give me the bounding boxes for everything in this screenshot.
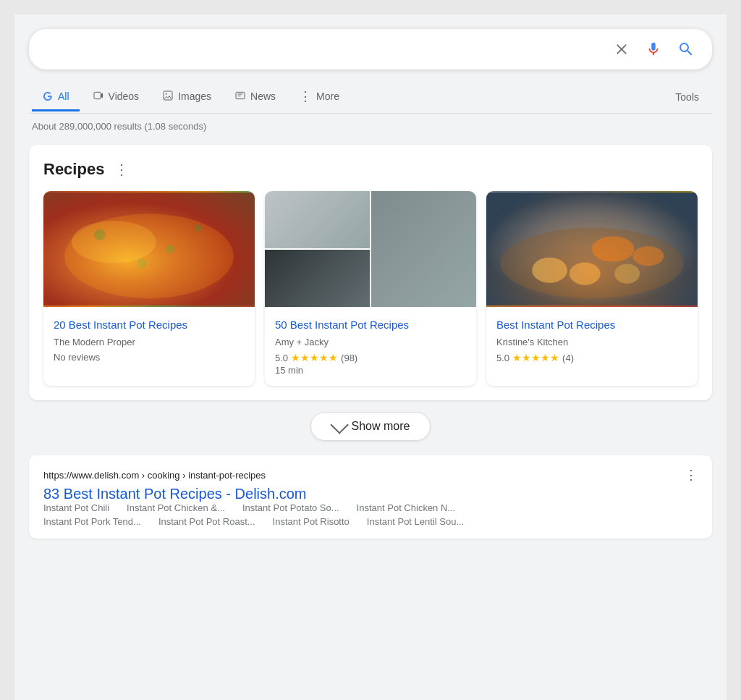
chicken-img-svg (43, 191, 255, 307)
svg-point-3 (166, 93, 167, 94)
search-icon-group (611, 38, 698, 61)
collage-cell-1 (265, 191, 370, 248)
web-result-url-row: https://www.delish.com › cooking › insta… (43, 467, 698, 483)
web-result-link-2[interactable]: Instant Pot Chicken &... (127, 502, 225, 513)
recipe-card-2-rating-row: 5.0 ★★★★★ (98) (275, 352, 466, 363)
x-icon (614, 41, 630, 57)
web-result-link-6[interactable]: Instant Pot Pot Roast... (158, 516, 255, 527)
search-button[interactable] (674, 38, 698, 61)
clear-button[interactable] (611, 38, 632, 60)
tab-news-label: News (250, 90, 276, 102)
tab-videos-label: Videos (109, 90, 140, 102)
recipe-card-1[interactable]: 20 Best Instant Pot Recipes The Modern P… (43, 191, 255, 386)
svg-rect-0 (94, 92, 101, 98)
svg-point-11 (166, 245, 174, 253)
tab-images[interactable]: Images (152, 83, 221, 113)
web-result: https://www.delish.com › cooking › insta… (29, 455, 712, 539)
recipe-card-3-count: (4) (562, 353, 574, 363)
recipes-header: Recipes ⋮ (43, 159, 698, 180)
web-result-link-1[interactable]: Instant Pot Chili (43, 502, 109, 513)
tab-more-label: More (316, 90, 339, 102)
recipes-menu-button[interactable]: ⋮ (111, 159, 132, 180)
web-result-url: https://www.delish.com › cooking › insta… (43, 470, 266, 481)
tab-images-label: Images (178, 90, 211, 102)
recipe-card-2-source: Amy + Jacky (275, 337, 466, 347)
voice-search-button[interactable] (643, 38, 664, 60)
recipe-card-3-rating-row: 5.0 ★★★★★ (4) (496, 352, 687, 363)
more-dots-icon: ⋮ (299, 88, 312, 104)
web-result-link-3[interactable]: Instant Pot Potato So... (242, 502, 339, 513)
recipe-card-3-stars: ★★★★★ (512, 352, 559, 363)
show-more-button[interactable]: Show more (310, 412, 431, 441)
recipes-title: Recipes (43, 160, 104, 179)
images-icon (162, 90, 174, 104)
recipe-card-1-title[interactable]: 20 Best Instant Pot Recipes (54, 317, 245, 332)
mic-icon (645, 41, 661, 57)
search-input[interactable]: instant pot recipes (43, 42, 611, 57)
recipe-card-2[interactable]: 50 Best Instant Pot Recipes Amy + Jacky … (265, 191, 476, 386)
svg-rect-4 (236, 92, 245, 98)
svg-point-20 (614, 263, 640, 283)
recipe-card-2-title[interactable]: 50 Best Instant Pot Recipes (275, 317, 466, 332)
web-result-title[interactable]: 83 Best Instant Pot Recipes - Delish.com (43, 486, 307, 502)
recipe-card-2-stars: ★★★★★ (291, 352, 338, 363)
tab-more[interactable]: ⋮ More (289, 81, 350, 114)
recipe-card-3-source: Kristine's Kitchen (496, 337, 687, 347)
web-result-links-row2: Instant Pot Pork Tend... Instant Pot Pot… (43, 516, 698, 527)
collage-cell-2 (371, 191, 476, 307)
recipe-card-1-source: The Modern Proper (54, 337, 245, 347)
tab-news[interactable]: News (224, 83, 286, 113)
web-result-menu-icon[interactable]: ⋮ (685, 467, 698, 483)
google-g-icon (42, 90, 54, 102)
recipe-card-2-rating: 5.0 (275, 353, 288, 363)
tab-videos[interactable]: Videos (82, 83, 150, 113)
recipe-cards: 20 Best Instant Pot Recipes The Modern P… (43, 191, 698, 386)
svg-point-13 (137, 258, 147, 269)
svg-rect-14 (486, 193, 698, 305)
recipe-image-chicken (43, 191, 255, 307)
recipe-card-1-body: 20 Best Instant Pot Recipes The Modern P… (43, 307, 255, 373)
web-result-link-7[interactable]: Instant Pot Risotto (273, 516, 350, 527)
video-icon (93, 90, 104, 104)
show-more-container: Show more (29, 412, 712, 441)
web-result-links-row1: Instant Pot Chili Instant Pot Chicken &.… (43, 502, 698, 513)
tab-all[interactable]: All (32, 83, 80, 111)
search-icon (677, 41, 695, 58)
tab-all-label: All (58, 90, 69, 102)
results-count: About 289,000,000 results (1.08 seconds) (29, 121, 712, 132)
svg-point-8 (64, 214, 234, 298)
recipe-card-2-body: 50 Best Instant Pot Recipes Amy + Jacky … (265, 307, 476, 386)
chevron-down-icon (330, 416, 348, 434)
svg-point-10 (94, 229, 106, 241)
page-container: instant pot recipes (14, 14, 727, 700)
svg-point-9 (72, 221, 156, 263)
recipe-card-3-title[interactable]: Best Instant Pot Recipes (496, 317, 687, 332)
recipe-card-1-reviews: No reviews (54, 352, 245, 363)
svg-point-18 (532, 258, 567, 283)
collage-cell-3 (265, 250, 370, 307)
web-result-link-4[interactable]: Instant Pot Chicken N... (357, 502, 456, 513)
web-result-link-5[interactable]: Instant Pot Pork Tend... (43, 516, 141, 527)
recipe-card-3[interactable]: Best Instant Pot Recipes Kristine's Kitc… (486, 191, 698, 386)
web-result-link-8[interactable]: Instant Pot Lentil Sou... (367, 516, 464, 527)
recipes-section: Recipes ⋮ (29, 145, 712, 400)
search-bar: instant pot recipes (29, 29, 712, 69)
show-more-label: Show more (352, 420, 410, 433)
recipe-card-2-count: (98) (341, 353, 357, 363)
svg-rect-7 (43, 193, 255, 305)
svg-point-19 (569, 262, 601, 284)
news-icon (234, 90, 246, 104)
nav-tabs: All Videos Images News ⋮ More Tools (29, 81, 712, 114)
svg-point-12 (195, 224, 202, 232)
svg-point-16 (592, 236, 634, 261)
recipe-image-stew (486, 191, 698, 307)
recipe-card-3-rating: 5.0 (496, 353, 509, 363)
svg-point-15 (500, 228, 683, 298)
svg-point-17 (632, 246, 664, 266)
recipe-image-collage (265, 191, 476, 307)
recipe-card-3-body: Best Instant Pot Recipes Kristine's Kitc… (486, 307, 698, 375)
tools-button[interactable]: Tools (665, 84, 709, 110)
all-icon (42, 90, 54, 102)
recipe-card-2-time: 15 min (275, 365, 466, 376)
stew-img-svg (486, 191, 698, 307)
